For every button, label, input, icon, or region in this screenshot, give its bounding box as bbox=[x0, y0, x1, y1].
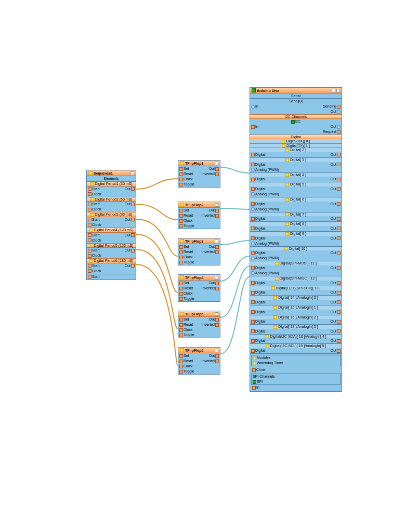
pin-out-icon[interactable] bbox=[337, 110, 340, 114]
pin-digital-in-icon[interactable] bbox=[251, 281, 255, 285]
pin-icon[interactable] bbox=[252, 368, 256, 372]
pin-clock-icon[interactable] bbox=[179, 365, 183, 368]
pin-icon[interactable] bbox=[251, 125, 255, 129]
pin-icon[interactable] bbox=[179, 354, 183, 358]
pin-icon[interactable] bbox=[215, 250, 219, 254]
pin-clock-icon[interactable] bbox=[179, 256, 183, 259]
tool-icon[interactable] bbox=[215, 312, 218, 316]
pin-icon[interactable] bbox=[88, 233, 91, 237]
pin-icon[interactable] bbox=[88, 223, 91, 227]
pin-digital-in-icon[interactable] bbox=[251, 178, 255, 181]
pin-out-icon[interactable] bbox=[215, 318, 219, 322]
pin-digital-out-icon[interactable] bbox=[337, 178, 340, 181]
pin-digital-in-icon[interactable] bbox=[251, 236, 255, 240]
pin-out-icon[interactable] bbox=[131, 203, 135, 206]
pin-pwm-icon[interactable] bbox=[251, 257, 255, 260]
pin-icon[interactable] bbox=[179, 245, 183, 249]
pin-digital-in-icon[interactable] bbox=[251, 251, 255, 255]
pin-icon[interactable] bbox=[88, 264, 91, 268]
pin-digital-out-icon[interactable] bbox=[337, 227, 340, 230]
flipflop-block[interactable]: TFlipFlop5SetOutResetInvertedClockToggle bbox=[178, 311, 220, 338]
pin-digital-out-icon[interactable] bbox=[337, 339, 340, 343]
pin-digital-out-icon[interactable] bbox=[337, 349, 340, 353]
pin-pwm-icon[interactable] bbox=[251, 271, 255, 275]
pin-icon[interactable] bbox=[215, 214, 219, 218]
pin-clock-icon[interactable] bbox=[179, 328, 183, 332]
pin-icon[interactable] bbox=[215, 172, 219, 176]
pin-digital-in-icon[interactable] bbox=[251, 202, 255, 206]
pin-out-icon[interactable] bbox=[215, 209, 219, 212]
pin-digital-in-icon[interactable] bbox=[251, 227, 255, 230]
pin-icon[interactable] bbox=[179, 282, 183, 285]
pin-digital-out-icon[interactable] bbox=[337, 266, 340, 270]
pin-out-icon[interactable] bbox=[131, 233, 135, 237]
pin-digital-in-icon[interactable] bbox=[251, 310, 255, 314]
tool-icon[interactable] bbox=[332, 89, 335, 92]
pin-digital-out-icon[interactable] bbox=[337, 310, 340, 314]
pin-icon[interactable] bbox=[88, 269, 91, 273]
pin-out-icon[interactable] bbox=[215, 245, 219, 249]
pin-out-icon[interactable] bbox=[215, 282, 219, 285]
pin-digital-in-icon[interactable] bbox=[251, 320, 255, 324]
pin-out-icon[interactable] bbox=[215, 354, 219, 358]
tool-icon[interactable] bbox=[215, 276, 218, 280]
pin-digital-out-icon[interactable] bbox=[337, 300, 340, 304]
pin-digital-out-icon[interactable] bbox=[337, 329, 340, 333]
pin-icon[interactable] bbox=[215, 323, 219, 327]
tool-icon[interactable] bbox=[215, 203, 218, 207]
flipflop-block[interactable]: TFlipFlop4SetOutResetInvertedClockToggle bbox=[178, 274, 220, 302]
pin-pwm-icon[interactable] bbox=[251, 242, 255, 245]
pin-icon[interactable] bbox=[337, 130, 340, 134]
pin-clock-icon[interactable] bbox=[179, 178, 183, 181]
pin-digital-out-icon[interactable] bbox=[337, 153, 340, 156]
pin-icon[interactable] bbox=[179, 318, 183, 322]
pin-start-icon[interactable] bbox=[88, 275, 91, 278]
pin-icon[interactable] bbox=[179, 360, 183, 363]
pin-digital-in-icon[interactable] bbox=[251, 339, 255, 343]
pin-out-icon[interactable] bbox=[131, 187, 135, 191]
pin-icon[interactable] bbox=[179, 287, 183, 290]
pin-digital-in-icon[interactable] bbox=[251, 153, 255, 156]
pin-digital-out-icon[interactable] bbox=[337, 202, 340, 206]
flipflop-block[interactable]: TFlipFlop2SetOutResetInvertedClockToggle bbox=[178, 202, 220, 229]
pin-icon[interactable] bbox=[179, 323, 183, 327]
pin-pwm-icon[interactable] bbox=[251, 192, 255, 196]
pin-sending-icon[interactable] bbox=[337, 105, 340, 109]
pin-icon[interactable] bbox=[88, 203, 91, 206]
pin-out-icon[interactable] bbox=[215, 167, 219, 171]
pin-digital-in-icon[interactable] bbox=[251, 266, 255, 270]
pin-digital-out-icon[interactable] bbox=[337, 320, 340, 324]
pin-icon[interactable] bbox=[179, 224, 183, 228]
pin-icon[interactable] bbox=[179, 334, 183, 337]
pin-digital-out-icon[interactable] bbox=[337, 236, 340, 240]
pin-icon[interactable] bbox=[88, 249, 91, 252]
flipflop-block[interactable]: TFlipFlop3SetOutResetInvertedClockToggle bbox=[178, 238, 220, 265]
pin-digital-out-icon[interactable] bbox=[337, 217, 340, 221]
flipflop-block[interactable]: TFlipFlop1SetOutResetInvertedClockToggle bbox=[178, 160, 220, 188]
pin-icon[interactable] bbox=[337, 125, 340, 129]
pin-icon[interactable] bbox=[215, 287, 219, 290]
pin-out-icon[interactable] bbox=[131, 249, 135, 252]
pin-icon[interactable] bbox=[88, 208, 91, 211]
pin-icon[interactable] bbox=[88, 187, 91, 191]
pin-digital-out-icon[interactable] bbox=[337, 251, 340, 255]
pin-icon[interactable] bbox=[88, 254, 91, 258]
pin-digital-out-icon[interactable] bbox=[337, 163, 340, 166]
pin-digital-out-icon[interactable] bbox=[337, 291, 340, 295]
pin-out-icon[interactable] bbox=[131, 264, 135, 268]
tool-icon[interactable] bbox=[336, 89, 340, 92]
arduino-block[interactable]: Arduino Uno Serial Serial[0] In Sending … bbox=[250, 87, 342, 392]
flipflop-block[interactable]: TFlipFlop6SetOutResetInvertedClockToggle bbox=[178, 347, 220, 375]
pin-icon[interactable] bbox=[88, 238, 91, 242]
pin-digital-in-icon[interactable] bbox=[251, 217, 255, 221]
pin-digital-out-icon[interactable] bbox=[337, 187, 340, 191]
pin-in-icon[interactable] bbox=[251, 105, 255, 109]
tool-icon[interactable] bbox=[215, 240, 218, 243]
pin-clock-icon[interactable] bbox=[179, 219, 183, 223]
pin-digital-in-icon[interactable] bbox=[251, 329, 255, 333]
pin-digital-in-icon[interactable] bbox=[251, 349, 255, 353]
pin-icon[interactable] bbox=[88, 218, 91, 221]
pin-digital-in-icon[interactable] bbox=[251, 187, 255, 191]
pin-out-icon[interactable] bbox=[131, 218, 135, 221]
pin-digital-in-icon[interactable] bbox=[251, 291, 255, 295]
